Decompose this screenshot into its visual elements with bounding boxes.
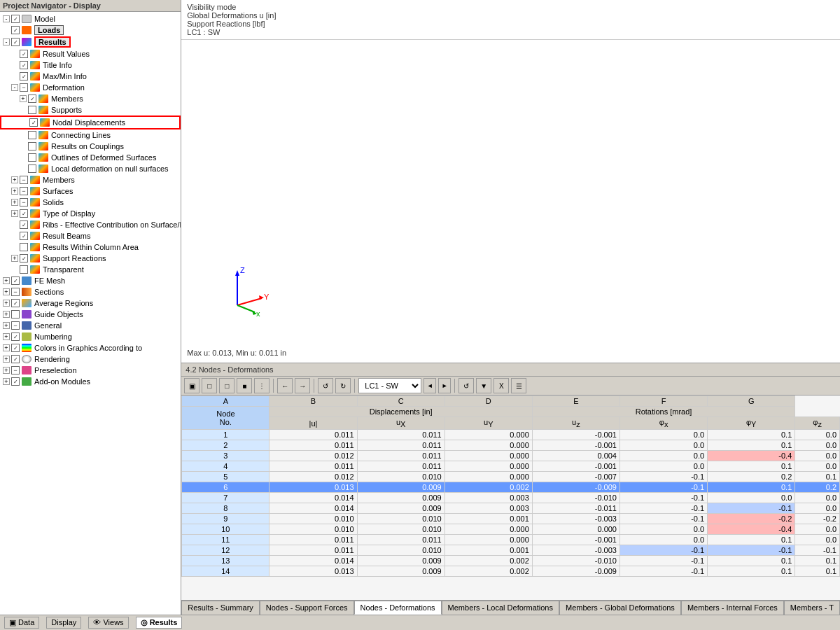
viewport[interactable]: Z Y x Max u: 0.013, Min u: 0.011 in [181, 40, 840, 363]
checkbox-fe-mesh[interactable] [11, 276, 20, 285]
tree-item-nodal-disp[interactable]: Nodal Displacements [0, 115, 181, 130]
tab-nodes-support-forces[interactable]: Nodes - Support Forces [260, 601, 354, 615]
expand-type-display[interactable]: + [11, 210, 18, 217]
checkbox-addon-modules[interactable] [11, 377, 20, 386]
expand-members-def[interactable]: + [20, 95, 27, 102]
checkbox-result-values[interactable] [20, 50, 28, 58]
tree-item-results-couplings[interactable]: Results on Couplings [0, 141, 181, 152]
tree-item-deformation[interactable]: - Deformation [0, 82, 181, 93]
checkbox-local-def[interactable] [28, 164, 36, 173]
expand-sections[interactable]: + [3, 288, 10, 295]
checkbox-solids[interactable] [20, 198, 28, 206]
expand-model[interactable]: - [3, 15, 10, 22]
tree-item-results-column[interactable]: Results Within Column Area [0, 241, 181, 253]
tree-item-transparent[interactable]: Transparent [0, 264, 181, 275]
tree-item-members-def[interactable]: + Members [0, 93, 181, 104]
checkbox-title-info[interactable] [20, 61, 28, 69]
expand-support-reactions[interactable]: + [11, 255, 18, 262]
tb-btn-8[interactable]: ↺ [318, 378, 333, 393]
checkbox-members-def[interactable] [28, 94, 36, 103]
tb-btn-undo[interactable]: ↺ [458, 378, 474, 393]
expand-members-top[interactable]: + [11, 176, 18, 183]
status-bar[interactable]: ▣ Data Display 👁 Views ◎ Results [0, 615, 840, 630]
tab-results-summary[interactable]: Results - Summary [181, 601, 260, 615]
tree-item-average-regions[interactable]: + Average Regions [0, 298, 181, 309]
tree-item-fe-mesh[interactable]: + FE Mesh [0, 275, 181, 286]
expand-average-regions[interactable]: + [3, 300, 10, 307]
checkbox-general[interactable] [11, 321, 20, 330]
tree-item-result-values[interactable]: Result Values [0, 48, 181, 59]
tb-btn-5[interactable]: ⋮ [254, 378, 270, 393]
status-views[interactable]: 👁 Views [88, 617, 128, 629]
tb-btn-7[interactable]: → [295, 378, 310, 393]
checkbox-transparent[interactable] [20, 265, 28, 274]
tb-arrow-prev[interactable]: ◄ [424, 378, 436, 393]
tree-item-supports[interactable]: Supports [0, 104, 181, 115]
tb-btn-6[interactable]: ← [277, 378, 293, 393]
checkbox-loads[interactable] [11, 26, 20, 34]
tb-btn-filter[interactable]: ▼ [476, 378, 491, 393]
expand-fe-mesh[interactable]: + [3, 277, 10, 284]
tree-item-ribs[interactable]: Ribs - Effective Contribution on Surface… [0, 219, 181, 230]
tree-item-rendering[interactable]: + Rendering [0, 354, 181, 365]
tab-members-local-def[interactable]: Members - Local Deformations [442, 601, 559, 615]
tb-btn-excel[interactable]: X [493, 378, 509, 393]
checkbox-outlines-deformed[interactable] [28, 153, 36, 162]
checkbox-result-beams[interactable] [20, 232, 28, 240]
tree-item-connecting-lines[interactable]: Connecting Lines [0, 130, 181, 141]
checkbox-numbering[interactable] [11, 332, 20, 341]
tab-members-global-def[interactable]: Members - Global Deformations [559, 601, 681, 615]
tree-area[interactable]: - Model Loads - Results [0, 12, 181, 615]
checkbox-members-top[interactable] [20, 176, 28, 184]
tb-btn-9[interactable]: ↻ [335, 378, 351, 393]
expand-colors-graphics[interactable]: + [3, 344, 10, 351]
checkbox-model[interactable] [11, 15, 20, 23]
tree-item-local-def[interactable]: Local deformation on null surfaces [0, 163, 181, 174]
checkbox-support-reactions[interactable] [20, 254, 28, 262]
tree-item-maxmin[interactable]: Max/Min Info [0, 71, 181, 82]
expand-results[interactable]: - [3, 38, 10, 46]
checkbox-ribs[interactable] [20, 220, 28, 229]
tree-item-loads[interactable]: Loads [0, 24, 181, 36]
tb-btn-3[interactable]: □ [219, 378, 234, 393]
checkbox-results[interactable] [11, 38, 20, 46]
table-toolbar[interactable]: ▣ □ □ ■ ⋮ ← → ↺ ↻ LC1 - SW ◄ ► ↺ ▼ [181, 377, 840, 396]
expand-guide-objects[interactable]: + [3, 311, 10, 318]
tree-item-type-display[interactable]: + Type of Display [0, 208, 181, 219]
checkbox-results-couplings[interactable] [28, 142, 36, 150]
tree-item-colors-graphics[interactable]: + Colors in Graphics According to [0, 342, 181, 354]
tree-item-result-beams[interactable]: Result Beams [0, 230, 181, 241]
tab-members-internal-forces[interactable]: Members - Internal Forces [681, 601, 784, 615]
checkbox-type-display[interactable] [20, 209, 28, 218]
checkbox-nodal-disp[interactable] [29, 118, 38, 127]
checkbox-preselection[interactable] [11, 366, 20, 374]
tree-item-preselection[interactable]: + Preselection [0, 365, 181, 376]
tree-item-surfaces[interactable]: + Surfaces [0, 186, 181, 197]
status-display[interactable]: Display [46, 617, 81, 629]
tree-item-numbering[interactable]: + Numbering [0, 331, 181, 342]
tree-item-solids[interactable]: + Solids [0, 197, 181, 208]
tree-item-title-info[interactable]: Title Info [0, 59, 181, 71]
tree-item-results[interactable]: - Results [0, 36, 181, 48]
tb-btn-print[interactable]: ☰ [511, 378, 526, 393]
lc-select[interactable]: LC1 - SW [358, 378, 421, 393]
status-results[interactable]: ◎ Results [136, 617, 183, 629]
tb-btn-4[interactable]: ■ [237, 378, 252, 393]
checkbox-maxmin[interactable] [20, 72, 28, 80]
checkbox-surfaces[interactable] [20, 187, 28, 195]
expand-addon-modules[interactable]: + [3, 378, 10, 385]
expand-preselection[interactable]: + [3, 367, 10, 374]
status-data[interactable]: ▣ Data [4, 617, 39, 629]
tb-btn-2[interactable]: □ [202, 378, 217, 393]
expand-surfaces[interactable]: + [11, 188, 18, 195]
bottom-tabs[interactable]: Results - Summary Nodes - Support Forces… [181, 600, 840, 615]
table-wrapper[interactable]: A B C D E F G NodeNo. Displacements [in]… [181, 396, 840, 600]
tree-item-general[interactable]: + General [0, 320, 181, 331]
tab-members-t[interactable]: Members - T [784, 601, 840, 615]
tb-arrow-next[interactable]: ► [438, 378, 451, 393]
checkbox-deformation[interactable] [20, 83, 28, 92]
tree-item-outlines-deformed[interactable]: Outlines of Deformed Surfaces [0, 152, 181, 163]
expand-deformation[interactable]: - [11, 84, 18, 91]
checkbox-supports[interactable] [28, 106, 36, 114]
checkbox-average-regions[interactable] [11, 299, 20, 307]
